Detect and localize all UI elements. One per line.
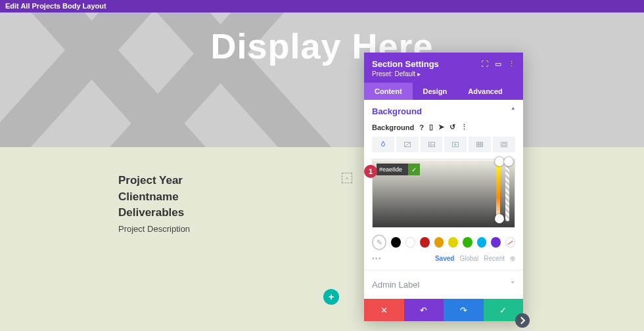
confirm-hex-button[interactable]: ✓	[408, 164, 420, 175]
copy-icon[interactable]: ▭	[495, 60, 501, 68]
background-section: Background ˄ Background ? ▯ ➤ ↺ ⋮ 1 ✓	[364, 100, 523, 271]
project-description: Project Description	[118, 224, 190, 234]
hex-input[interactable]	[377, 164, 408, 175]
cancel-button[interactable]: ✕	[364, 299, 404, 321]
broken-image-icon: ▫	[342, 173, 352, 183]
alpha-knob[interactable]	[504, 157, 513, 166]
step-marker: 1	[364, 165, 377, 178]
svg-point-2	[430, 143, 431, 144]
hero-title: Display Here	[0, 26, 644, 66]
tab-content[interactable]: Content	[364, 83, 413, 100]
hue-knob-2[interactable]	[495, 214, 504, 223]
more-icon[interactable]: ⋮	[461, 123, 468, 131]
bg-tab-pattern[interactable]	[469, 137, 491, 152]
bg-tab-gradient[interactable]	[396, 137, 419, 152]
tab-design[interactable]: Design	[413, 83, 458, 100]
bg-tab-color[interactable]	[372, 137, 394, 152]
preset-selector[interactable]: Preset: Default ▸	[372, 70, 515, 77]
hue-slider[interactable]	[496, 162, 500, 221]
hue-knob[interactable]	[495, 157, 504, 166]
svg-rect-3	[453, 143, 459, 147]
menu-icon[interactable]: ⋮	[508, 60, 515, 68]
swatch-white[interactable]	[405, 237, 415, 248]
chevron-up-icon[interactable]: ˄	[511, 107, 515, 116]
page-title: Edit All Projects Body Layout	[5, 2, 106, 10]
project-client: Clientname	[118, 189, 190, 206]
panel-actions: ✕ ↶ ↷ ✓	[364, 299, 523, 321]
expand-icon[interactable]: ⛶	[481, 60, 488, 68]
background-label: Background	[372, 123, 414, 131]
project-text-block: Project Year Clientname Deliverables Pro…	[118, 173, 190, 234]
redo-button[interactable]: ↷	[444, 299, 484, 321]
undo-button[interactable]: ↶	[404, 299, 444, 321]
filter-saved[interactable]: Saved	[435, 255, 454, 262]
swatch-none[interactable]	[505, 237, 515, 248]
add-section-button[interactable]: +	[323, 289, 339, 305]
project-deliverables: Deliverables	[118, 205, 190, 221]
svg-rect-5	[501, 143, 507, 147]
reset-icon[interactable]: ↺	[449, 123, 455, 131]
color-picker-canvas[interactable]: 1 ✓	[372, 159, 515, 228]
add-swatch-icon[interactable]: ⊕	[510, 255, 515, 262]
svg-rect-4	[477, 143, 483, 147]
eyedropper-button[interactable]: ✎	[372, 234, 386, 250]
project-year: Project Year	[118, 173, 190, 189]
resize-handle[interactable]	[515, 313, 530, 328]
device-icon[interactable]: ▯	[429, 123, 433, 131]
swatch-purple[interactable]	[491, 237, 501, 248]
page-top-bar: Edit All Projects Body Layout	[0, 0, 644, 12]
content-section: Project Year Clientname Deliverables Pro…	[0, 148, 644, 266]
tab-advanced[interactable]: Advanced	[457, 83, 513, 100]
swatch-orange[interactable]	[434, 237, 444, 248]
svg-rect-6	[503, 144, 505, 146]
swatch-green[interactable]	[463, 237, 472, 248]
settings-panel: Section Settings ⛶ ▭ ⋮ Preset: Default ▸…	[364, 53, 523, 321]
panel-title: Section Settings	[372, 59, 439, 69]
bg-tab-image[interactable]	[421, 137, 443, 152]
swatch-black[interactable]	[391, 237, 401, 248]
filter-recent[interactable]: Recent	[484, 255, 505, 262]
filter-global[interactable]: Global	[459, 255, 478, 262]
panel-tabs: Content Design Advanced	[364, 83, 523, 100]
hero-banner: Display Here	[0, 12, 644, 147]
help-icon[interactable]: ?	[419, 123, 424, 131]
chevron-down-icon: ˅	[511, 280, 515, 290]
cursor-icon[interactable]: ➤	[438, 123, 444, 131]
admin-label-title: Admin Label	[372, 280, 419, 290]
swatch-yellow[interactable]	[448, 237, 458, 248]
bg-tab-mask[interactable]	[493, 137, 515, 152]
color-swatches: ✎	[372, 234, 515, 250]
panel-header[interactable]: Section Settings ⛶ ▭ ⋮ Preset: Default ▸	[364, 53, 523, 83]
background-section-title: Background	[372, 106, 422, 116]
alpha-slider[interactable]	[505, 162, 509, 221]
bg-tab-video[interactable]	[444, 137, 467, 152]
admin-label-section[interactable]: Admin Label ˅	[364, 271, 523, 299]
more-swatches[interactable]: •••	[372, 254, 382, 262]
swatch-cyan[interactable]	[477, 237, 487, 248]
swatch-red[interactable]	[420, 237, 430, 248]
